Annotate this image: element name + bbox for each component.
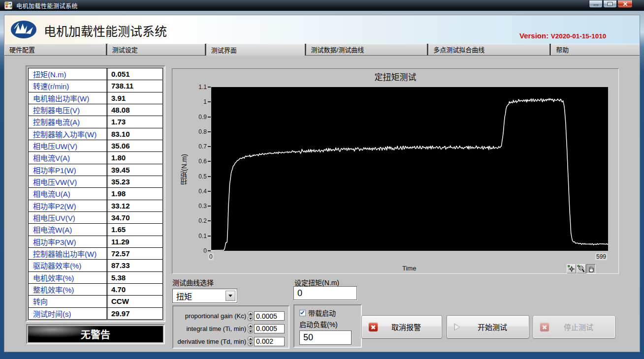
pid-input[interactable]: 0.0005: [254, 311, 285, 321]
readout-label: 相电压UW(V): [29, 140, 106, 151]
readout-value: 11.29: [106, 236, 162, 247]
table-row: 控制器输入功率(W)83.10: [29, 128, 162, 140]
app-header: 电机加载性能测试系统 Version: V2020-01-15-1010: [4, 15, 640, 44]
app-icon: [4, 1, 12, 9]
spin-down-icon[interactable]: [248, 342, 253, 347]
increment-decrement-spinner[interactable]: [248, 324, 253, 333]
tab-0[interactable]: 硬件配置: [4, 44, 106, 56]
y-tick-mark: [208, 236, 211, 237]
table-row: 控制器输出功率(W)72.57: [29, 248, 162, 260]
readout-label: 相电流V(A): [29, 152, 106, 163]
spin-up-icon[interactable]: [248, 336, 253, 341]
version-text: Version: V2020-01-15-1010: [519, 31, 606, 40]
table-row: 扭矩(N.m)0.051: [29, 68, 162, 80]
increment-decrement-spinner[interactable]: [248, 311, 253, 321]
readout-label: 整机效率(%): [29, 284, 106, 295]
tab-1[interactable]: 测试设定: [107, 44, 205, 56]
startup-cluster: 带载启动 启动负载(%) 50: [293, 304, 362, 348]
table-row: 相电压UW(V)35.06: [29, 140, 162, 152]
pid-label: proportional gain (Kc): [185, 312, 246, 320]
readout-value: 83.10: [106, 128, 162, 140]
curve-selector-dropdown[interactable]: 扭矩: [172, 289, 237, 303]
table-row: 测试时间(s)29.97: [29, 308, 162, 319]
y-tick-label: 0.8: [186, 128, 207, 135]
tab-3[interactable]: 测试数据/测试曲线: [306, 44, 427, 56]
stop-test-button[interactable]: 停止测试: [533, 315, 615, 338]
pid-label: integral time (Ti, min): [186, 325, 246, 332]
close-icon: [622, 1, 628, 7]
button-label: 取消报警: [362, 316, 442, 338]
table-row: 转速(r/min)738.11: [29, 80, 162, 92]
zoom-tool-button[interactable]: [577, 264, 586, 273]
table-row: 电机输出功率(W)3.91: [29, 92, 162, 104]
table-row: 驱动器效率(%)87.33: [29, 260, 162, 271]
spin-down-icon[interactable]: [248, 316, 253, 321]
readout-label: 扭矩(N.m): [29, 68, 106, 80]
y-tick-label: 0.7: [186, 143, 207, 150]
spin-up-icon[interactable]: [248, 311, 253, 316]
readout-value: 72.57: [106, 248, 162, 259]
cancel-alarm-button[interactable]: 取消报警: [361, 315, 442, 338]
alarm-indicator-frame: 无警告: [26, 324, 165, 344]
pid-input[interactable]: 0.002: [254, 337, 285, 346]
tab-4[interactable]: 多点测试拟合曲线: [428, 44, 549, 56]
y-tick-mark: [208, 206, 211, 207]
readout-label: 相功率P2(W): [29, 200, 106, 211]
readout-label: 控制器电压(V): [29, 104, 106, 116]
pan-tool-button[interactable]: [586, 264, 596, 273]
table-row: 相功率P3(W)11.29: [29, 236, 162, 248]
pid-input[interactable]: 0.0005: [254, 324, 285, 333]
y-tick-mark: [208, 220, 211, 221]
readout-value: 87.33: [106, 260, 162, 271]
load-start-label: 带载启动: [308, 308, 336, 318]
readout-label: 控制器电流(A): [29, 116, 106, 127]
alarm-indicator: 无警告: [28, 326, 163, 342]
start-test-button[interactable]: 开始测试: [447, 315, 529, 338]
tab-bar: 硬件配置测试设定测试界面测试数据/测试曲线多点测试拟合曲线帮助: [4, 44, 640, 56]
chevron-down-icon: [228, 295, 232, 297]
readout-value: 29.97: [106, 308, 162, 319]
pid-row: integral time (Ti, min)0.0005: [173, 323, 285, 334]
readout-value: 1.80: [106, 152, 162, 163]
increment-decrement-spinner[interactable]: [248, 336, 253, 346]
maximize-button[interactable]: [603, 0, 617, 8]
table-row: 转向CCW: [29, 296, 162, 307]
checkmark-icon: [300, 310, 304, 314]
table-row: 相电压UV(V)34.70: [29, 212, 162, 224]
readout-value: 4.70: [106, 284, 162, 295]
window-title: 电机加载性能测试系统: [16, 1, 78, 10]
startup-load-input[interactable]: 50: [299, 330, 352, 345]
table-row: 相功率P2(W)33.12: [29, 200, 162, 212]
load-start-checkbox[interactable]: [299, 310, 306, 316]
table-row: 相电流U(A)1.98: [29, 188, 162, 200]
close-button[interactable]: [617, 0, 633, 8]
cursor-tool-button[interactable]: [567, 264, 576, 273]
minimize-button[interactable]: [589, 0, 603, 8]
tab-2[interactable]: 测试界面: [206, 44, 305, 56]
y-tick-label: 0.3: [186, 203, 207, 209]
y-tick-mark: [208, 161, 211, 162]
button-label: 停止测试: [533, 316, 615, 338]
page-title: 电机加载性能测试系统: [44, 22, 167, 39]
readout-label: 驱动器效率(%): [29, 260, 106, 271]
y-tick-label: 0.6: [186, 158, 207, 165]
spin-up-icon[interactable]: [248, 324, 253, 329]
table-row: 相电流W(A)1.65: [29, 224, 162, 236]
chart-title: 定扭矩测试: [172, 70, 618, 83]
set-torque-input[interactable]: 0: [293, 286, 357, 300]
readout-label: 相电流U(A): [29, 188, 106, 199]
zoom-tool-icon: [577, 265, 585, 273]
spin-down-icon[interactable]: [248, 329, 253, 334]
version-value: V2020-01-15-1010: [551, 32, 607, 40]
readout-table: 扭矩(N.m)0.051转速(r/min)738.11电机输出功率(W)3.91…: [28, 68, 163, 320]
y-axis-label: 扭矩(N.m): [179, 128, 188, 211]
dropdown-button[interactable]: [225, 291, 235, 301]
x-tick-label: 0: [208, 253, 214, 260]
set-torque-label: 设定扭矩(N.m): [294, 277, 339, 287]
plot-area[interactable]: [211, 87, 608, 251]
readout-label: 转速(r/min): [29, 80, 106, 91]
curve-selector-value: 扭矩: [173, 290, 225, 302]
tab-5[interactable]: 帮助: [551, 44, 640, 56]
y-tick-label: 0.5: [186, 173, 207, 180]
readout-value: 1.98: [106, 188, 162, 199]
